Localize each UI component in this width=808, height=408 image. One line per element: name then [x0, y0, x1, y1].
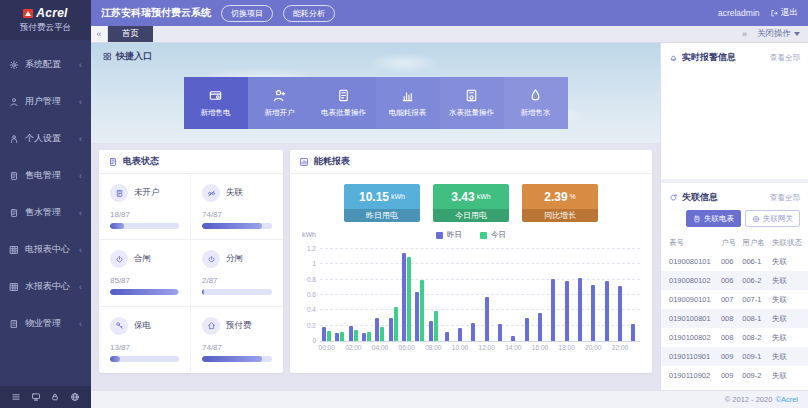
acrel-logo-icon [23, 9, 33, 18]
energy-analysis-button[interactable]: 能耗分析 [283, 5, 335, 22]
monitor-icon [31, 392, 41, 402]
offline-gateway-button[interactable]: 失联网关 [745, 210, 800, 227]
meter-status-grid: 未开户18/87失联74/87合闸85/87分闸2/87保电13/87预付费74… [99, 174, 283, 372]
quick-button[interactable]: 新增开户 [248, 77, 312, 129]
table-cell: 失联 [770, 328, 808, 347]
home-icon-badge [202, 317, 220, 335]
sidebar-item[interactable]: 售水管理‹ [0, 194, 91, 231]
meter-icon [115, 189, 124, 198]
table-cell: 失联 [770, 290, 808, 309]
globe-button[interactable] [70, 392, 80, 402]
chart-bar [375, 318, 379, 341]
status-label: 失联 [226, 187, 243, 199]
chart-bar [322, 327, 326, 341]
bell-icon [669, 53, 678, 62]
stat-label: 昨日用电 [344, 209, 420, 222]
power-icon [115, 255, 124, 264]
bar-group [347, 250, 360, 341]
sidebar-item[interactable]: 系统配置‹ [0, 46, 91, 83]
chart-bar [434, 311, 438, 341]
energy-report-header: 能耗报表 [290, 150, 652, 174]
meter-icon [108, 157, 118, 167]
quick-button[interactable]: 电表批量操作 [312, 77, 376, 129]
chart-bar [551, 279, 555, 341]
sidebar-item-label: 个人设置 [25, 132, 79, 145]
chevron-left-icon: ‹ [79, 97, 82, 107]
quick-button[interactable]: 新增售电 [184, 77, 248, 129]
table-cell: 0190100801 [661, 309, 719, 328]
device-icon [464, 88, 479, 103]
sidebar-item[interactable]: 售电管理‹ [0, 157, 91, 194]
power-icon-badge [110, 250, 128, 268]
table-icon [9, 245, 19, 255]
table-cell: 0190100802 [661, 328, 719, 347]
bar-group [587, 250, 600, 341]
table-cell: 失联 [770, 366, 808, 385]
quick-entry-buttons: 新增售电新增开户电表批量操作电能耗报表水表批量操作新增售水 [184, 77, 568, 129]
sidebar-item[interactable]: 个人设置‹ [0, 120, 91, 157]
stat-label: 今日用电 [433, 209, 509, 222]
table-cell: 008 [719, 309, 740, 328]
energy-bar-chart: kWh 昨日今日 00.20.40.60.811.2 00:0002:0004:… [300, 230, 642, 352]
table-cell: 009 [719, 347, 740, 366]
chart-icon [400, 88, 415, 103]
quick-button-label: 新增开户 [265, 108, 295, 118]
table-row: 0190080101006006-1失联 [661, 252, 808, 271]
bar-group [533, 250, 546, 341]
progress-bar [110, 356, 179, 362]
alarm-view-all-link[interactable]: 查看全部 [770, 53, 800, 63]
chart-bar [511, 336, 515, 341]
tab-home[interactable]: 首页 [108, 26, 153, 42]
logout-button[interactable]: 退出 [770, 7, 799, 19]
offline-meter-label: 失联电表 [704, 214, 734, 224]
progress-bar [110, 289, 179, 295]
footer-brand-link[interactable]: ©Acrel [775, 395, 798, 404]
quick-button-label: 水表批量操作 [449, 108, 494, 118]
offline-meter-button[interactable]: 失联电表 [686, 210, 741, 227]
key-icon [115, 321, 124, 330]
power-icon [207, 255, 216, 264]
bar-group [453, 250, 466, 341]
tabs-scroll-left-button[interactable]: « [91, 26, 108, 42]
x-tick-label: 00:00 [319, 344, 335, 351]
offline-info-panel: 失联信息 查看全部 失联电表 失联网关 表号户号用户名失联状态 01900801… [661, 183, 808, 390]
energy-report-card: 能耗报表 10.15kWh昨日用电3.43kWh今日用电2.39%同比增长 kW… [290, 150, 652, 373]
chart-bar [327, 331, 331, 341]
table-row: 0190100801008008-1失联 [661, 309, 808, 328]
username: acreladmin [718, 8, 760, 18]
chart-bar [362, 333, 366, 341]
sidebar-item[interactable]: 电报表中心‹ [0, 231, 91, 268]
chart-bar [578, 278, 582, 341]
sidebar-item[interactable]: 物业管理‹ [0, 305, 91, 342]
offline-view-all-link[interactable]: 查看全部 [770, 193, 800, 203]
bar-group [440, 250, 453, 341]
alarm-panel-title: 实时报警信息 [682, 51, 766, 64]
chart-y-unit: kWh [302, 231, 316, 238]
x-tick-label: 02:00 [345, 344, 361, 351]
x-tick-label: 18:00 [559, 344, 575, 351]
monitor-button[interactable] [31, 392, 41, 402]
chart-legend: 昨日今日 [300, 230, 642, 240]
chart-bar [380, 327, 384, 341]
energy-stat-card: 10.15kWh昨日用电 [344, 184, 420, 222]
lock-button[interactable] [50, 392, 60, 402]
stat-unit: % [570, 193, 576, 200]
bar-group [627, 250, 640, 341]
x-tick-label: 08:00 [425, 344, 441, 351]
user-icon [9, 97, 19, 107]
close-operations-dropdown[interactable]: 关闭操作 [757, 26, 800, 42]
quick-button[interactable]: 新增售水 [504, 77, 568, 129]
chevron-left-icon: ‹ [79, 282, 82, 292]
sidebar-item[interactable]: 水报表中心‹ [0, 268, 91, 305]
sidebar-item[interactable]: 用户管理‹ [0, 83, 91, 120]
quick-button[interactable]: 电能耗报表 [376, 77, 440, 129]
quick-button[interactable]: 水表批量操作 [440, 77, 504, 129]
status-count: 74/87 [202, 343, 272, 352]
chart-plot-area: 00.20.40.60.811.2 [320, 250, 640, 342]
menu-button[interactable] [11, 392, 21, 402]
app-logo: Acrel 预付费云平台 [0, 0, 91, 40]
offline-table-header: 表号户号用户名失联状态 [661, 234, 808, 252]
switch-project-button[interactable]: 切换项目 [221, 5, 273, 22]
table-cell: 0190110901 [661, 347, 719, 366]
tabs-scroll-right-button[interactable]: » [742, 26, 747, 42]
